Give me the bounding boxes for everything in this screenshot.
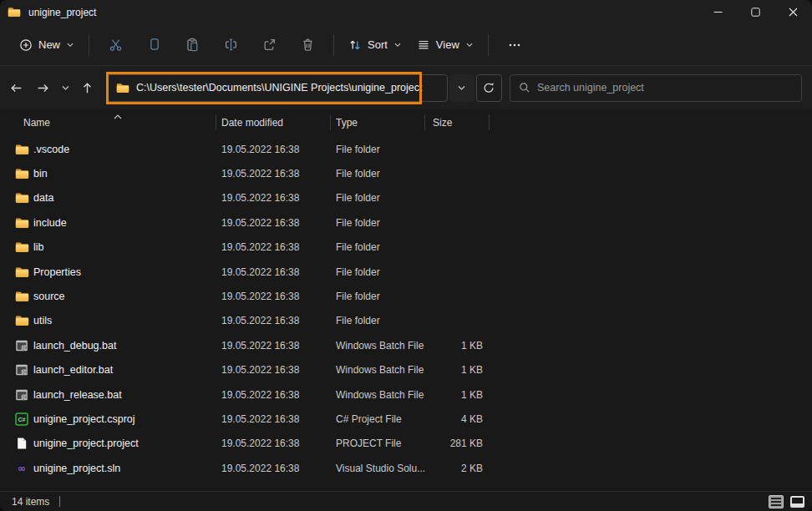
file-type: C# Project File bbox=[336, 413, 424, 425]
file-name: data bbox=[33, 192, 221, 204]
more-options-button[interactable] bbox=[498, 31, 531, 59]
sort-ascending-icon bbox=[114, 110, 122, 122]
window-controls bbox=[699, 0, 812, 24]
folder-icon bbox=[15, 291, 33, 302]
up-arrow-icon bbox=[80, 81, 94, 95]
rename-icon bbox=[224, 38, 238, 52]
up-button[interactable] bbox=[77, 76, 99, 99]
address-bar: C:\Users\tester\Documents\UNIGINE Projec… bbox=[107, 74, 502, 102]
thumbnail-view-button[interactable] bbox=[788, 493, 807, 510]
titlebar: unigine_project bbox=[0, 0, 812, 24]
cut-icon bbox=[109, 38, 123, 52]
file-size: 4 KB bbox=[424, 413, 483, 425]
folder-icon bbox=[15, 144, 33, 155]
paste-icon bbox=[185, 38, 200, 52]
file-row[interactable]: Properties19.05.2022 16:38File folder bbox=[0, 260, 812, 284]
file-row[interactable]: source19.05.2022 16:38File folder bbox=[0, 284, 812, 308]
file-date: 19.05.2022 16:38 bbox=[221, 291, 336, 302]
bat-icon bbox=[15, 388, 33, 402]
refresh-button[interactable] bbox=[476, 74, 502, 102]
minimize-icon bbox=[713, 8, 723, 17]
sort-icon bbox=[348, 38, 362, 52]
bat-icon bbox=[15, 363, 33, 377]
address-dropdown-button[interactable] bbox=[449, 74, 475, 102]
window-title: unigine_project bbox=[28, 7, 96, 18]
sln-icon: ∞ bbox=[15, 462, 33, 475]
column-header-size[interactable]: Size bbox=[433, 117, 452, 129]
column-separator[interactable] bbox=[216, 114, 216, 130]
copy-button[interactable] bbox=[137, 31, 170, 59]
view-button[interactable]: View bbox=[409, 33, 481, 58]
share-icon bbox=[262, 38, 277, 52]
file-row[interactable]: launch_release.bat19.05.2022 16:38Window… bbox=[0, 382, 812, 407]
file-type: File folder bbox=[336, 168, 424, 180]
file-row[interactable]: launch_debug.bat19.05.2022 16:38Windows … bbox=[0, 333, 812, 357]
command-toolbar: New Sort View bbox=[0, 24, 812, 66]
file-size: 1 KB bbox=[424, 389, 483, 401]
file-name: launch_editor.bat bbox=[33, 364, 221, 376]
sort-button-label: Sort bbox=[368, 38, 388, 51]
sort-button[interactable]: Sort bbox=[341, 33, 409, 58]
statusbar: 14 items bbox=[0, 491, 812, 511]
details-view-button[interactable] bbox=[766, 493, 785, 510]
close-button[interactable] bbox=[774, 0, 812, 24]
file-type: Windows Batch File bbox=[336, 389, 424, 401]
column-header-date-modified[interactable]: Date modified bbox=[221, 117, 283, 129]
file-row[interactable]: C#unigine_project.csproj19.05.2022 16:38… bbox=[0, 407, 812, 431]
file-date: 19.05.2022 16:38 bbox=[221, 168, 336, 180]
copy-icon bbox=[147, 38, 161, 52]
file-date: 19.05.2022 16:38 bbox=[221, 315, 336, 326]
maximize-icon bbox=[751, 8, 760, 17]
file-name: bin bbox=[33, 168, 221, 180]
folder-icon bbox=[15, 266, 33, 278]
address-input[interactable]: C:\Users\tester\Documents\UNIGINE Projec… bbox=[107, 74, 448, 102]
back-button[interactable] bbox=[5, 76, 27, 99]
file-row[interactable]: launch_editor.bat19.05.2022 16:38Windows… bbox=[0, 358, 812, 382]
column-separator[interactable] bbox=[489, 114, 490, 130]
new-button[interactable]: New bbox=[12, 33, 82, 58]
minimize-button[interactable] bbox=[699, 0, 737, 24]
file-row[interactable]: ∞unigine_project.sln19.05.2022 16:38Visu… bbox=[0, 456, 812, 480]
file-row[interactable]: lib19.05.2022 16:38File folder bbox=[0, 235, 812, 260]
file-name: launch_debug.bat bbox=[33, 340, 221, 352]
column-header-type[interactable]: Type bbox=[336, 117, 358, 129]
file-row[interactable]: .vscode19.05.2022 16:38File folder bbox=[0, 137, 812, 161]
svg-text:C#: C# bbox=[18, 417, 26, 422]
file-row[interactable]: bin19.05.2022 16:38File folder bbox=[0, 161, 812, 185]
share-button[interactable] bbox=[252, 31, 286, 59]
column-header-row: Name Date modified Type Size bbox=[0, 109, 812, 135]
view-list-icon bbox=[417, 38, 430, 52]
file-type: File folder bbox=[336, 192, 424, 204]
file-row[interactable]: unigine_project.project19.05.2022 16:38P… bbox=[0, 432, 812, 456]
file-name: Properties bbox=[33, 266, 221, 278]
maximize-button[interactable] bbox=[737, 0, 774, 24]
recent-locations-button[interactable] bbox=[59, 76, 72, 99]
file-name: lib bbox=[33, 241, 221, 253]
chevron-down-icon bbox=[61, 84, 70, 91]
column-separator[interactable] bbox=[424, 114, 425, 130]
cut-button[interactable] bbox=[99, 31, 132, 59]
forward-button[interactable] bbox=[32, 76, 53, 99]
column-separator[interactable] bbox=[330, 114, 331, 130]
file-type: File folder bbox=[336, 241, 424, 253]
paste-button[interactable] bbox=[175, 31, 209, 59]
file-date: 19.05.2022 16:38 bbox=[221, 192, 336, 204]
folder-icon bbox=[8, 7, 21, 18]
file-size: 1 KB bbox=[424, 364, 483, 376]
file-row[interactable]: include19.05.2022 16:38File folder bbox=[0, 210, 812, 235]
delete-button[interactable] bbox=[291, 31, 324, 59]
folder-icon bbox=[15, 217, 33, 229]
file-type: File folder bbox=[336, 217, 424, 229]
details-view-icon bbox=[769, 495, 784, 508]
rename-button[interactable] bbox=[214, 31, 247, 59]
file-row[interactable]: utils19.05.2022 16:38File folder bbox=[0, 309, 812, 333]
column-header-name[interactable]: Name bbox=[23, 117, 50, 129]
file-list: .vscode19.05.2022 16:38File folderbin19.… bbox=[0, 135, 812, 491]
file-row[interactable]: data19.05.2022 16:38File folder bbox=[0, 186, 812, 210]
back-arrow-icon bbox=[9, 81, 23, 95]
see-more-icon bbox=[508, 38, 521, 52]
file-name: unigine_project.project bbox=[33, 438, 221, 449]
search-input[interactable] bbox=[510, 74, 802, 102]
file-type: File folder bbox=[336, 144, 424, 155]
item-count: 14 items bbox=[12, 496, 49, 508]
